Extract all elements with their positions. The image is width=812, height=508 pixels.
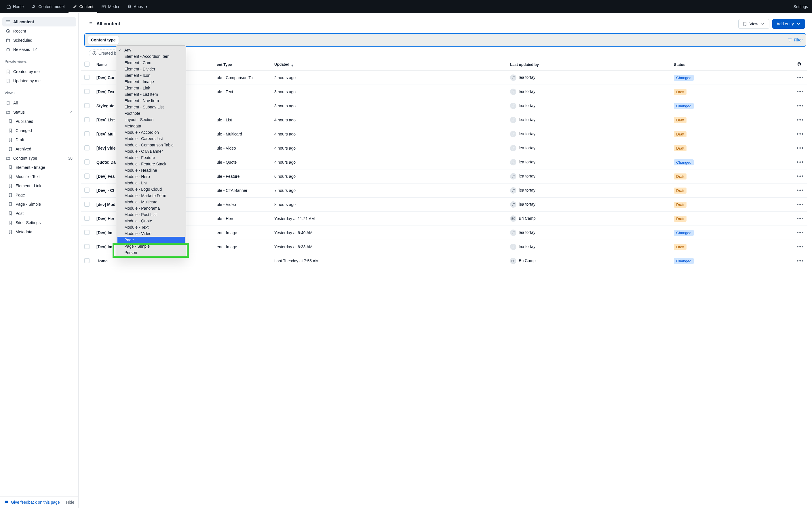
dropdown-option-any[interactable]: Any	[116, 47, 186, 53]
sidebar-item-recent[interactable]: Recent	[2, 27, 76, 36]
dropdown-option-module-video[interactable]: Module - Video	[116, 230, 186, 237]
dropdown-option-metadata[interactable]: Metadata	[116, 123, 186, 129]
gear-icon[interactable]	[797, 62, 801, 67]
table-row[interactable]: [Dev] Listule - List4 hours agoLTlea tor…	[81, 113, 807, 127]
sidebar-item-updated-by-me[interactable]: Updated by me	[2, 76, 76, 85]
row-actions-button[interactable]: •••	[797, 216, 804, 221]
dropdown-option-module-panorama[interactable]: Module - Panorama	[116, 205, 186, 211]
dropdown-option-element-list-item[interactable]: Element - List Item	[116, 91, 186, 97]
row-checkbox[interactable]	[84, 216, 89, 221]
row-actions-button[interactable]: •••	[797, 187, 804, 193]
table-row[interactable]: [Dev] Texule - Text3 hours agoLTlea tort…	[81, 85, 807, 99]
add-entry-button[interactable]: Add entry	[772, 19, 805, 29]
sidebar-item-created-by-me[interactable]: Created by me	[2, 67, 76, 76]
dropdown-option-module-hero[interactable]: Module - Hero	[116, 173, 186, 180]
col-content-type[interactable]: ent Type	[213, 59, 271, 71]
row-actions-button[interactable]: •••	[797, 230, 804, 236]
row-checkbox[interactable]	[84, 103, 89, 108]
dropdown-option-module-marketo-form[interactable]: Module - Marketo Form	[116, 193, 186, 199]
table-row[interactable]: [dev] Videule - Video4 hours agoLTlea to…	[81, 141, 807, 155]
sidebar-item-page-simple[interactable]: Page - Simple	[2, 200, 76, 209]
row-actions-button[interactable]: •••	[797, 131, 804, 137]
dropdown-option-module-cta-banner[interactable]: Module - CTA Banner	[116, 148, 186, 155]
sidebar-item-published[interactable]: Published	[2, 117, 76, 126]
dropdown-option-module-feature[interactable]: Module - Feature	[116, 155, 186, 161]
table-row[interactable]: HomeLast Tuesday at 7:55 AMBCBri CampCha…	[81, 254, 807, 268]
sidebar-item-archived[interactable]: Archived	[2, 144, 76, 154]
settings-link[interactable]: Settings	[793, 4, 810, 9]
dropdown-option-module-multicard[interactable]: Module - Multicard	[116, 199, 186, 205]
col-status[interactable]: Status	[671, 59, 793, 71]
row-actions-button[interactable]: •••	[797, 117, 804, 123]
dropdown-option-element-link[interactable]: Element - Link	[116, 85, 186, 91]
row-checkbox[interactable]	[84, 159, 89, 165]
sidebar-item-module-text[interactable]: Module - Text	[2, 172, 76, 181]
row-actions-button[interactable]: •••	[797, 244, 804, 250]
filter-button[interactable]: Filter	[787, 38, 803, 42]
dropdown-option-module-post-list[interactable]: Module - Post List	[116, 211, 186, 218]
sidebar-item-post[interactable]: Post	[2, 209, 76, 218]
table-row[interactable]: [Dev] Feaule - Feature6 hours agoLTlea t…	[81, 169, 807, 183]
sidebar-item-metadata[interactable]: Metadata	[2, 227, 76, 237]
row-checkbox[interactable]	[84, 244, 89, 249]
content-type-dropdown[interactable]: AnyElement - Accordion ItemElement - Car…	[116, 45, 186, 257]
sidebar-item-scheduled[interactable]: Scheduled	[2, 36, 76, 45]
col-updated-by[interactable]: Last updated by	[506, 59, 671, 71]
topnav-content[interactable]: Content	[69, 0, 97, 13]
table-row[interactable]: [dev] Module - Video8 hours agoLTlea tor…	[81, 198, 807, 212]
sidebar-item-element-image[interactable]: Element - Image	[2, 163, 76, 172]
row-actions-button[interactable]: •••	[797, 159, 804, 165]
sidebar-item-element-link[interactable]: Element - Link	[2, 181, 76, 190]
row-checkbox[interactable]	[84, 173, 89, 179]
table-row[interactable]: [Dev] Corule - Comparison Ta2 hours agoL…	[81, 71, 807, 85]
topnav-content-model[interactable]: Content model	[28, 0, 69, 13]
dropdown-option-module-quote[interactable]: Module - Quote	[116, 218, 186, 224]
select-all-checkbox[interactable]	[84, 61, 89, 67]
table-row[interactable]: [Dev] Iment - ImageYesterday at 6:33 AML…	[81, 240, 807, 254]
row-checkbox[interactable]	[84, 75, 89, 80]
dropdown-option-module-list[interactable]: Module - List	[116, 180, 186, 186]
dropdown-option-footnote[interactable]: Footnote	[116, 110, 186, 117]
row-checkbox[interactable]	[84, 187, 89, 193]
dropdown-option-module-text[interactable]: Module - Text	[116, 224, 186, 230]
dropdown-option-element-accordion-item[interactable]: Element - Accordion Item	[116, 53, 186, 59]
sidebar-item-all[interactable]: All	[2, 98, 76, 108]
sidebar-item-content-type[interactable]: Content Type38	[2, 154, 76, 163]
dropdown-option-element-icon[interactable]: Element - Icon	[116, 72, 186, 79]
sidebar-item-site-settings[interactable]: Site - Settings	[2, 218, 76, 227]
row-actions-button[interactable]: •••	[797, 258, 804, 264]
sidebar-item-page[interactable]: Page	[2, 190, 76, 200]
content-type-filter-pill[interactable]: Content type	[88, 36, 119, 44]
row-actions-button[interactable]: •••	[797, 173, 804, 179]
dropdown-option-layout-section[interactable]: Layout - Section	[116, 117, 186, 123]
col-updated[interactable]: Updated▲▼	[271, 59, 506, 71]
dropdown-option-element-nav-item[interactable]: Element - Nav Item	[116, 97, 186, 104]
row-checkbox[interactable]	[84, 131, 89, 136]
dropdown-option-page-simple[interactable]: Page - Simple	[116, 243, 186, 249]
table-row[interactable]: [Dev] Mulule - Multicard4 hours agoLTlea…	[81, 127, 807, 141]
dropdown-option-element-image[interactable]: Element - Image	[116, 79, 186, 85]
row-checkbox[interactable]	[84, 117, 89, 122]
dropdown-option-module-headline[interactable]: Module - Headline	[116, 167, 186, 173]
table-row[interactable]: Quote: Daule - Quote4 hours agoLTlea tor…	[81, 155, 807, 169]
dropdown-option-module-feature-stack[interactable]: Module - Feature Stack	[116, 161, 186, 167]
row-checkbox[interactable]	[84, 89, 89, 94]
hide-sidebar-button[interactable]: Hide	[66, 500, 74, 505]
dropdown-option-element-subnav-list[interactable]: Element - Subnav List	[116, 104, 186, 110]
row-checkbox[interactable]	[84, 202, 89, 207]
row-checkbox[interactable]	[84, 230, 89, 235]
view-button[interactable]: View	[738, 19, 769, 29]
dropdown-option-module-accordion[interactable]: Module - Accordion	[116, 129, 186, 135]
row-actions-button[interactable]: •••	[797, 103, 804, 109]
dropdown-option-page[interactable]: Page	[117, 237, 185, 243]
table-row[interactable]: Styleguid3 hours agoLTlea tortayChanged•…	[81, 99, 807, 113]
topnav-media[interactable]: Media	[97, 0, 123, 13]
row-actions-button[interactable]: •••	[797, 202, 804, 207]
topnav-home[interactable]: Home	[2, 0, 28, 13]
sidebar-item-releases[interactable]: Releases	[2, 45, 76, 54]
dropdown-option-module-careers-list[interactable]: Module - Careers List	[116, 135, 186, 142]
dropdown-option-element-divider[interactable]: Element - Divider	[116, 66, 186, 72]
row-actions-button[interactable]: •••	[797, 75, 804, 81]
sidebar-item-draft[interactable]: Draft	[2, 135, 76, 144]
table-row[interactable]: [Dev] Herule - HeroYesterday at 11:21 AM…	[81, 212, 807, 226]
